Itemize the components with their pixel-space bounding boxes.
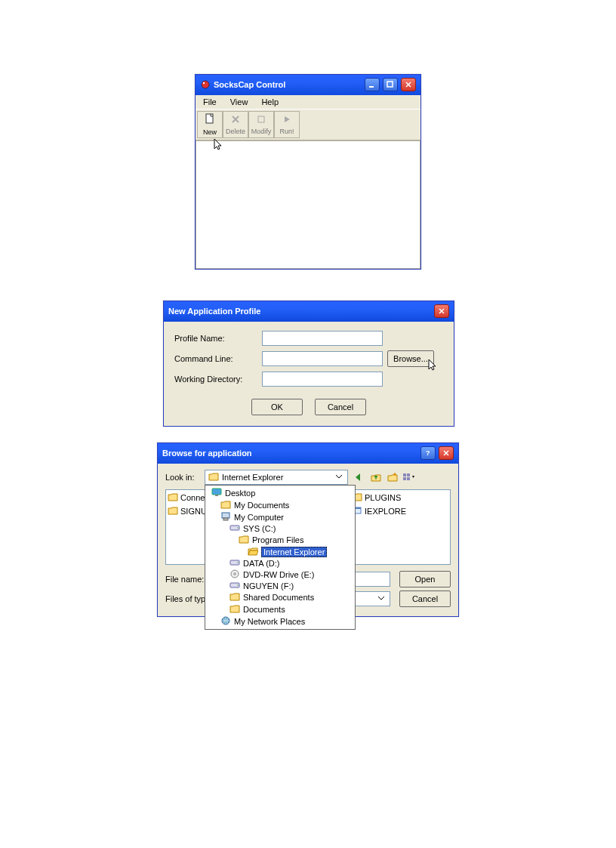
titlebar[interactable]: New Application Profile (164, 301, 454, 322)
dropdown-item-label: My Network Places (234, 617, 305, 626)
toolbar-delete-button[interactable]: Delete (223, 111, 248, 138)
dropdown-item-label: My Computer (234, 513, 284, 522)
menu-help[interactable]: Help (257, 96, 283, 108)
dropdown-item[interactable]: Shared Documents (205, 591, 355, 603)
chevron-down-icon (334, 471, 344, 483)
folder-open-icon (248, 547, 258, 557)
new-document-icon (205, 113, 215, 127)
properties-icon (256, 114, 266, 126)
svg-point-16 (234, 573, 236, 575)
svg-rect-3 (387, 82, 393, 87)
dropdown-item[interactable]: DVD-RW Drive (E:) (205, 569, 355, 581)
ok-button[interactable]: OK (251, 399, 303, 415)
svg-rect-5 (258, 116, 264, 122)
toolbar-delete-label: Delete (226, 128, 245, 135)
computer-icon (220, 512, 231, 523)
back-icon[interactable] (353, 470, 366, 484)
working-dir-label: Working Directory: (174, 375, 257, 384)
window-title: Browse for application (162, 449, 252, 458)
window-title: SocksCap Control (214, 80, 285, 89)
window-title: New Application Profile (168, 307, 260, 316)
dropdown-item-label: Documents (243, 605, 285, 614)
dropdown-item[interactable]: My Documents (205, 499, 355, 511)
working-dir-input[interactable] (262, 372, 383, 387)
file-item-label: PLUGINS (365, 493, 401, 502)
cd-icon (229, 569, 240, 580)
svg-rect-7 (212, 489, 221, 495)
dropdown-item[interactable]: SYS (C:) (205, 523, 355, 534)
profile-name-label: Profile Name: (174, 334, 257, 343)
dropdown-item-label: SYS (C:) (243, 524, 276, 533)
lookin-dropdown-list[interactable]: DesktopMy DocumentsMy ComputerSYS (C:)Pr… (205, 485, 356, 630)
lookin-value: Internet Explorer (222, 473, 283, 482)
dropdown-item[interactable]: Desktop (205, 487, 355, 499)
lookin-combo[interactable]: Internet Explorer DesktopMy DocumentsMy … (205, 470, 348, 485)
dropdown-item[interactable]: My Computer (205, 511, 355, 523)
folder-icon (168, 492, 178, 503)
file-item-label: IEXPLORE (365, 507, 406, 516)
svg-rect-23 (407, 477, 410, 480)
titlebar[interactable]: SocksCap Control (196, 75, 420, 95)
lookin-label: Look in: (165, 473, 200, 482)
svg-rect-20 (403, 473, 406, 476)
sockscap-window: SocksCap Control File View Help New Dele… (195, 74, 421, 270)
command-line-input[interactable] (262, 351, 383, 366)
profile-name-input[interactable] (262, 331, 383, 346)
dropdown-item[interactable]: Documents (205, 603, 355, 615)
dropdown-item[interactable]: Internet Explorer (205, 546, 355, 558)
run-icon (282, 114, 292, 126)
dropdown-item[interactable]: My Network Places (205, 615, 355, 628)
svg-rect-10 (223, 518, 228, 520)
dropdown-item[interactable]: Program Files (205, 534, 355, 546)
command-line-label: Command Line: (174, 354, 257, 363)
up-folder-icon[interactable] (369, 470, 383, 484)
toolbar-new-button[interactable]: New (197, 111, 223, 138)
folder-open-icon (208, 472, 219, 483)
toolbar-modify-button[interactable]: Modify (248, 111, 274, 138)
svg-rect-22 (403, 477, 406, 480)
toolbar-run-label: Run! (279, 128, 294, 135)
file-item[interactable]: PLUGINS (352, 492, 442, 504)
dropdown-item-label: Program Files (252, 535, 303, 544)
dropdown-item-label: Shared Documents (243, 593, 314, 602)
maximize-button[interactable] (383, 78, 398, 91)
titlebar[interactable]: Browse for application ? (158, 443, 458, 464)
toolbar-modify-label: Modify (251, 128, 272, 135)
close-button[interactable] (439, 446, 454, 460)
chevron-down-icon (376, 593, 387, 605)
help-button[interactable]: ? (420, 446, 436, 460)
dropdown-item-label: NGUYEN (F:) (243, 581, 294, 591)
toolbar: New Delete Modify Run! (196, 109, 420, 140)
svg-rect-8 (215, 495, 218, 496)
view-menu-icon[interactable] (402, 470, 416, 484)
svg-point-12 (237, 527, 239, 529)
cancel-button[interactable]: Cancel (399, 591, 451, 607)
svg-rect-9 (222, 513, 229, 518)
svg-point-1 (203, 82, 205, 84)
dropdown-item[interactable]: NGUYEN (F:) (205, 581, 355, 591)
globe-icon (220, 616, 231, 627)
svg-point-0 (202, 81, 209, 88)
svg-rect-21 (407, 473, 410, 476)
cancel-button[interactable]: Cancel (315, 399, 366, 415)
dropdown-item-label: DVD-RW Drive (E:) (243, 570, 315, 579)
new-folder-icon[interactable] (386, 470, 399, 484)
menu-file[interactable]: File (199, 96, 221, 108)
file-item[interactable]: IEXPLORE (352, 505, 442, 517)
delete-x-icon (230, 114, 241, 126)
open-button[interactable]: Open (399, 571, 451, 587)
close-button[interactable] (434, 304, 449, 318)
menu-view[interactable]: View (226, 96, 253, 108)
svg-text:?: ? (426, 449, 430, 457)
dropdown-item-label: DATA (D:) (243, 559, 279, 568)
svg-rect-2 (369, 86, 374, 88)
folder-icon (220, 500, 231, 510)
dropdown-item-label: Desktop (225, 489, 255, 498)
close-button[interactable] (401, 78, 416, 91)
browse-button[interactable]: Browse... (387, 350, 434, 367)
drive-icon (229, 524, 240, 533)
minimize-button[interactable] (365, 78, 380, 91)
dropdown-item[interactable]: DATA (D:) (205, 558, 355, 569)
toolbar-run-button[interactable]: Run! (274, 111, 300, 138)
folder-icon (229, 604, 240, 615)
